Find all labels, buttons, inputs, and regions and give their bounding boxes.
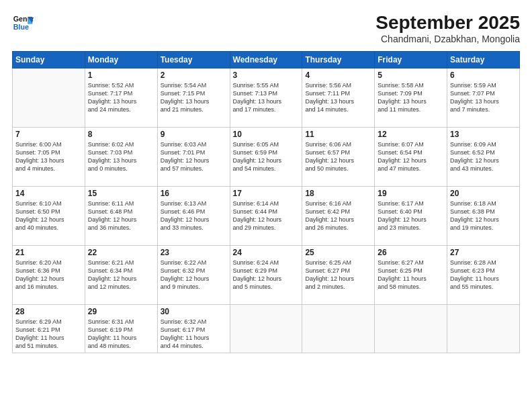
day-number: 29 — [88, 307, 154, 316]
day-number: 19 — [378, 189, 444, 198]
calendar: SundayMondayTuesdayWednesdayThursdayFrid… — [12, 51, 520, 353]
calendar-cell: 6Sunrise: 5:59 AM Sunset: 7:07 PM Daylig… — [447, 68, 520, 128]
weekday-header: Friday — [375, 52, 447, 68]
month-title: September 2025 — [375, 12, 520, 34]
weekday-header: Wednesday — [230, 52, 302, 68]
day-info: Sunrise: 6:24 AM Sunset: 6:29 PM Dayligh… — [233, 259, 300, 291]
location-title: Chandmani, Dzabkhan, Mongolia — [375, 34, 520, 44]
calendar-cell: 16Sunrise: 6:13 AM Sunset: 6:46 PM Dayli… — [157, 187, 230, 246]
day-info: Sunrise: 5:52 AM Sunset: 7:17 PM Dayligh… — [88, 81, 154, 114]
day-number: 6 — [450, 71, 517, 80]
day-number: 28 — [15, 307, 82, 316]
day-info: Sunrise: 6:10 AM Sunset: 6:50 PM Dayligh… — [15, 199, 82, 232]
calendar-cell: 12Sunrise: 6:07 AM Sunset: 6:54 PM Dayli… — [375, 128, 447, 187]
calendar-cell: 21Sunrise: 6:20 AM Sunset: 6:36 PM Dayli… — [13, 246, 85, 305]
calendar-cell — [447, 305, 520, 353]
weekday-header: Tuesday — [157, 52, 230, 68]
day-number: 24 — [233, 248, 300, 257]
calendar-cell: 5Sunrise: 5:58 AM Sunset: 7:09 PM Daylig… — [375, 68, 447, 128]
day-info: Sunrise: 5:54 AM Sunset: 7:15 PM Dayligh… — [161, 81, 227, 114]
calendar-cell: 19Sunrise: 6:17 AM Sunset: 6:40 PM Dayli… — [375, 187, 447, 246]
calendar-cell: 10Sunrise: 6:05 AM Sunset: 6:59 PM Dayli… — [230, 128, 302, 187]
calendar-cell: 11Sunrise: 6:06 AM Sunset: 6:57 PM Dayli… — [302, 128, 375, 187]
calendar-cell: 27Sunrise: 6:28 AM Sunset: 6:23 PM Dayli… — [447, 246, 520, 305]
calendar-cell: 15Sunrise: 6:11 AM Sunset: 6:48 PM Dayli… — [85, 187, 157, 246]
calendar-cell — [375, 305, 447, 353]
calendar-cell: 26Sunrise: 6:27 AM Sunset: 6:25 PM Dayli… — [375, 246, 447, 305]
day-info: Sunrise: 6:32 AM Sunset: 6:17 PM Dayligh… — [161, 318, 227, 351]
day-info: Sunrise: 6:31 AM Sunset: 6:19 PM Dayligh… — [88, 318, 154, 351]
day-info: Sunrise: 6:28 AM Sunset: 6:23 PM Dayligh… — [450, 259, 517, 291]
day-number: 12 — [378, 130, 444, 139]
day-info: Sunrise: 6:17 AM Sunset: 6:40 PM Dayligh… — [378, 199, 444, 232]
day-info: Sunrise: 5:55 AM Sunset: 7:13 PM Dayligh… — [233, 81, 300, 114]
day-info: Sunrise: 6:13 AM Sunset: 6:46 PM Dayligh… — [161, 199, 227, 232]
calendar-cell: 1Sunrise: 5:52 AM Sunset: 7:17 PM Daylig… — [85, 68, 157, 128]
calendar-cell: 23Sunrise: 6:22 AM Sunset: 6:32 PM Dayli… — [157, 246, 230, 305]
calendar-cell: 25Sunrise: 6:25 AM Sunset: 6:27 PM Dayli… — [302, 246, 375, 305]
weekday-header: Monday — [85, 52, 157, 68]
day-number: 8 — [88, 130, 154, 139]
day-info: Sunrise: 6:22 AM Sunset: 6:32 PM Dayligh… — [161, 259, 227, 291]
calendar-cell: 17Sunrise: 6:14 AM Sunset: 6:44 PM Dayli… — [230, 187, 302, 246]
day-info: Sunrise: 6:11 AM Sunset: 6:48 PM Dayligh… — [88, 199, 154, 232]
calendar-cell: 28Sunrise: 6:29 AM Sunset: 6:21 PM Dayli… — [13, 305, 85, 353]
calendar-week-row: 21Sunrise: 6:20 AM Sunset: 6:36 PM Dayli… — [13, 246, 520, 305]
day-number: 22 — [88, 248, 154, 257]
day-info: Sunrise: 6:05 AM Sunset: 6:59 PM Dayligh… — [233, 140, 300, 173]
day-info: Sunrise: 5:58 AM Sunset: 7:09 PM Dayligh… — [378, 81, 444, 114]
day-info: Sunrise: 6:06 AM Sunset: 6:57 PM Dayligh… — [305, 140, 371, 173]
day-info: Sunrise: 6:14 AM Sunset: 6:44 PM Dayligh… — [233, 199, 300, 232]
day-number: 17 — [233, 189, 300, 198]
day-info: Sunrise: 6:07 AM Sunset: 6:54 PM Dayligh… — [378, 140, 444, 173]
calendar-cell — [302, 305, 375, 353]
day-info: Sunrise: 6:18 AM Sunset: 6:38 PM Dayligh… — [450, 199, 517, 232]
day-number: 1 — [88, 71, 154, 80]
day-number: 27 — [450, 248, 517, 257]
calendar-week-row: 28Sunrise: 6:29 AM Sunset: 6:21 PM Dayli… — [13, 305, 520, 353]
calendar-cell: 13Sunrise: 6:09 AM Sunset: 6:52 PM Dayli… — [447, 128, 520, 187]
calendar-cell: 8Sunrise: 6:02 AM Sunset: 7:03 PM Daylig… — [85, 128, 157, 187]
day-number: 4 — [305, 71, 371, 80]
calendar-cell: 22Sunrise: 6:21 AM Sunset: 6:34 PM Dayli… — [85, 246, 157, 305]
calendar-week-row: 1Sunrise: 5:52 AM Sunset: 7:17 PM Daylig… — [13, 68, 520, 128]
calendar-cell — [230, 305, 302, 353]
day-number: 7 — [15, 130, 82, 139]
day-number: 13 — [450, 130, 517, 139]
page: General Blue September 2025 Chandmani, D… — [0, 0, 532, 411]
calendar-cell: 24Sunrise: 6:24 AM Sunset: 6:29 PM Dayli… — [230, 246, 302, 305]
calendar-cell: 14Sunrise: 6:10 AM Sunset: 6:50 PM Dayli… — [13, 187, 85, 246]
day-number: 2 — [161, 71, 227, 80]
day-info: Sunrise: 6:09 AM Sunset: 6:52 PM Dayligh… — [450, 140, 517, 173]
day-info: Sunrise: 6:03 AM Sunset: 7:01 PM Dayligh… — [161, 140, 227, 173]
day-number: 14 — [15, 189, 82, 198]
day-info: Sunrise: 6:27 AM Sunset: 6:25 PM Dayligh… — [378, 259, 444, 291]
day-info: Sunrise: 6:25 AM Sunset: 6:27 PM Dayligh… — [305, 259, 371, 291]
calendar-cell: 18Sunrise: 6:16 AM Sunset: 6:42 PM Dayli… — [302, 187, 375, 246]
calendar-cell: 29Sunrise: 6:31 AM Sunset: 6:19 PM Dayli… — [85, 305, 157, 353]
svg-text:Blue: Blue — [13, 23, 29, 31]
calendar-cell: 30Sunrise: 6:32 AM Sunset: 6:17 PM Dayli… — [157, 305, 230, 353]
day-number: 3 — [233, 71, 300, 80]
weekday-header-row: SundayMondayTuesdayWednesdayThursdayFrid… — [13, 52, 520, 68]
header: General Blue September 2025 Chandmani, D… — [12, 12, 520, 44]
day-number: 23 — [161, 248, 227, 257]
weekday-header: Sunday — [13, 52, 85, 68]
weekday-header: Thursday — [302, 52, 375, 68]
calendar-week-row: 14Sunrise: 6:10 AM Sunset: 6:50 PM Dayli… — [13, 187, 520, 246]
day-info: Sunrise: 6:16 AM Sunset: 6:42 PM Dayligh… — [305, 199, 371, 232]
calendar-cell: 4Sunrise: 5:56 AM Sunset: 7:11 PM Daylig… — [302, 68, 375, 128]
day-info: Sunrise: 6:00 AM Sunset: 7:05 PM Dayligh… — [15, 140, 82, 173]
calendar-cell: 2Sunrise: 5:54 AM Sunset: 7:15 PM Daylig… — [157, 68, 230, 128]
day-number: 30 — [161, 307, 227, 316]
day-info: Sunrise: 6:21 AM Sunset: 6:34 PM Dayligh… — [88, 259, 154, 291]
day-info: Sunrise: 5:59 AM Sunset: 7:07 PM Dayligh… — [450, 81, 517, 114]
day-number: 25 — [305, 248, 371, 257]
day-number: 10 — [233, 130, 300, 139]
title-section: September 2025 Chandmani, Dzabkhan, Mong… — [375, 12, 520, 44]
day-number: 9 — [161, 130, 227, 139]
day-number: 15 — [88, 189, 154, 198]
calendar-cell: 7Sunrise: 6:00 AM Sunset: 7:05 PM Daylig… — [13, 128, 85, 187]
calendar-week-row: 7Sunrise: 6:00 AM Sunset: 7:05 PM Daylig… — [13, 128, 520, 187]
day-info: Sunrise: 6:20 AM Sunset: 6:36 PM Dayligh… — [15, 259, 82, 291]
